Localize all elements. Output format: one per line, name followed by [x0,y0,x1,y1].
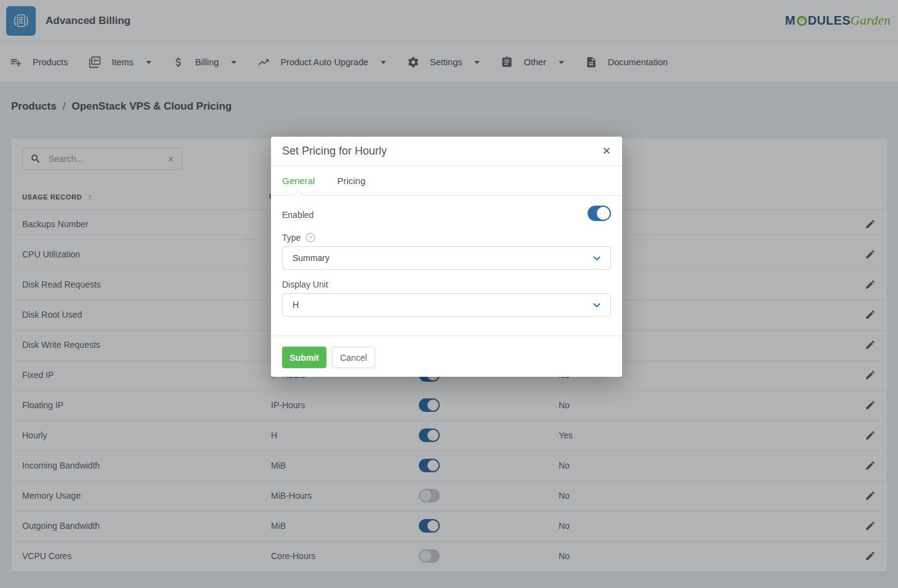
type-label-row: Type ? [282,233,315,243]
set-pricing-modal: Set Pricing for Hourly ✕ General Pricing… [271,137,622,377]
chevron-down-icon [593,303,601,307]
enabled-label: Enabled [282,210,313,220]
cancel-button[interactable]: Cancel [332,347,375,368]
advanced-billing-page: Advanced Billing M DULESGarden Products9… [0,0,898,588]
display-unit-select[interactable]: H [282,293,611,316]
chevron-down-icon [593,256,601,260]
help-icon[interactable]: ? [305,233,315,243]
submit-button[interactable]: Submit [282,347,326,368]
display-unit-label: Display Unit [282,280,328,289]
type-label: Type [282,233,301,243]
svg-text:?: ? [309,234,312,241]
modal-footer: Submit Cancel [271,336,622,377]
modal-header: Set Pricing for Hourly ✕ [271,137,622,166]
tab-general[interactable]: General [282,166,315,195]
type-select[interactable]: Summary [282,246,611,270]
toggle-knob [597,207,610,220]
display-unit-select-value: H [293,300,299,310]
enabled-toggle[interactable] [588,206,611,221]
close-icon[interactable]: ✕ [602,146,611,156]
modal-title: Set Pricing for Hourly [282,145,387,158]
tab-pricing-label: Pricing [337,175,365,186]
tab-general-label: General [282,175,315,186]
modal-tabs: General Pricing [271,166,622,196]
type-select-value: Summary [293,253,330,263]
tab-pricing[interactable]: Pricing [337,166,365,195]
active-tab-notch [293,190,304,201]
